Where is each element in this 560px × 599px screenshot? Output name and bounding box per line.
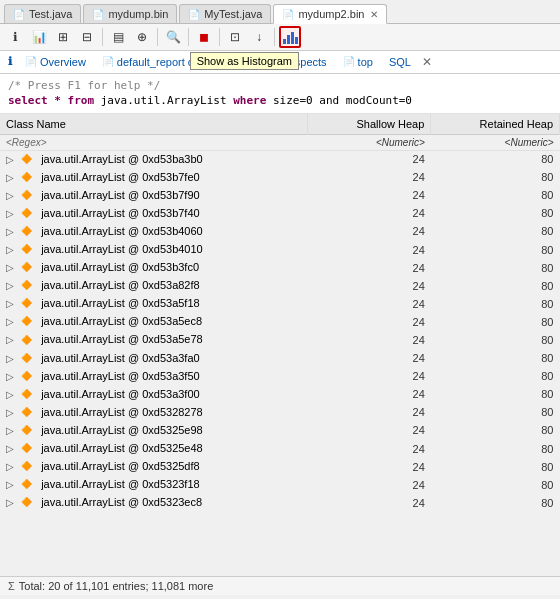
object-icon: 🔶 — [21, 407, 35, 419]
table-row[interactable]: ▷ 🔶 java.util.ArrayList @ 0xd53a3fa0 24 … — [0, 349, 560, 367]
minus-button[interactable]: ⊟ — [76, 26, 98, 48]
row-expander-icon[interactable]: ▷ — [6, 353, 16, 364]
row-classname: ▷ 🔶 java.util.ArrayList @ 0xd53b4060 — [0, 222, 308, 240]
table-row[interactable]: ▷ 🔶 java.util.ArrayList @ 0xd5328278 24 … — [0, 403, 560, 421]
bin-file-icon: 📄 — [92, 9, 104, 20]
table-row[interactable]: ▷ 🔶 java.util.ArrayList @ 0xd5323ec8 24 … — [0, 494, 560, 512]
row-expander-icon[interactable]: ▷ — [6, 497, 16, 508]
object-icon: 🔶 — [21, 335, 35, 347]
nav-close-icon[interactable]: ✕ — [422, 55, 432, 69]
add-button[interactable]: ⊕ — [131, 26, 153, 48]
separator1 — [102, 28, 103, 46]
row-shallow: 24 — [308, 385, 431, 403]
row-expander-icon[interactable]: ▷ — [6, 244, 16, 255]
table-row[interactable]: ▷ 🔶 java.util.ArrayList @ 0xd53ba3b0 24 … — [0, 150, 560, 168]
row-expander-icon[interactable]: ▷ — [6, 371, 16, 382]
row-expander-icon[interactable]: ▷ — [6, 298, 16, 309]
table-row[interactable]: ▷ 🔶 java.util.ArrayList @ 0xd53b7f90 24 … — [0, 186, 560, 204]
row-expander-icon[interactable]: ▷ — [6, 172, 16, 183]
row-retained: 80 — [431, 331, 560, 349]
row-expander-icon[interactable]: ▷ — [6, 154, 16, 165]
row-expander-icon[interactable]: ▷ — [6, 407, 16, 418]
table-row[interactable]: ▷ 🔶 java.util.ArrayList @ 0xd53b7f40 24 … — [0, 204, 560, 222]
nav-tab-top[interactable]: 📄 top — [336, 53, 380, 71]
row-retained: 80 — [431, 367, 560, 385]
separator3 — [188, 28, 189, 46]
row-expander-icon[interactable]: ▷ — [6, 479, 16, 490]
row-shallow: 24 — [308, 349, 431, 367]
row-shallow: 24 — [308, 421, 431, 439]
row-expander-icon[interactable]: ▷ — [6, 262, 16, 273]
row-shallow: 24 — [308, 241, 431, 259]
row-retained: 80 — [431, 349, 560, 367]
tab-mytest-java[interactable]: 📄 MyTest.java — [179, 4, 271, 23]
row-retained: 80 — [431, 421, 560, 439]
separator4 — [219, 28, 220, 46]
table-row[interactable]: ▷ 🔶 java.util.ArrayList @ 0xd53b3fc0 24 … — [0, 259, 560, 277]
table-row[interactable]: ▷ 🔶 java.util.ArrayList @ 0xd53b4060 24 … — [0, 222, 560, 240]
info-nav-icon: ℹ — [4, 53, 16, 70]
stop-button[interactable]: ◼ — [193, 26, 215, 48]
tab-test-java[interactable]: 📄 Test.java — [4, 4, 81, 23]
filter-shallow[interactable]: <Numeric> — [308, 134, 431, 150]
row-retained: 80 — [431, 186, 560, 204]
grid-button[interactable]: ⊞ — [52, 26, 74, 48]
shallow-header: Shallow Heap — [308, 114, 431, 135]
histogram-button[interactable]: Show as Histogram — [279, 26, 301, 48]
table-row[interactable]: ▷ 🔶 java.util.ArrayList @ 0xd53a3f50 24 … — [0, 367, 560, 385]
table-row[interactable]: ▷ 🔶 java.util.ArrayList @ 0xd53b4010 24 … — [0, 241, 560, 259]
row-expander-icon[interactable]: ▷ — [6, 208, 16, 219]
svg-rect-3 — [295, 37, 298, 44]
row-expander-icon[interactable]: ▷ — [6, 334, 16, 345]
export-button[interactable]: ⊡ — [224, 26, 246, 48]
row-shallow: 24 — [308, 168, 431, 186]
table-row[interactable]: ▷ 🔶 java.util.ArrayList @ 0xd5325e98 24 … — [0, 421, 560, 439]
object-icon: 🔶 — [21, 316, 35, 328]
nav-tab-overview[interactable]: 📄 Overview — [18, 53, 93, 71]
tab-mydump2-bin[interactable]: 📄 mydump2.bin ✕ — [273, 4, 387, 24]
row-expander-icon[interactable]: ▷ — [6, 280, 16, 291]
main-content: ℹ 📊 ⊞ ⊟ ▤ ⊕ 🔍 ◼ ⊡ ↓ — [0, 24, 560, 595]
row-expander-icon[interactable]: ▷ — [6, 226, 16, 237]
object-icon: 🔶 — [21, 389, 35, 401]
row-shallow: 24 — [308, 277, 431, 295]
tab-close-icon[interactable]: ✕ — [370, 9, 378, 20]
search-button[interactable]: 🔍 — [162, 26, 184, 48]
histogram-tooltip-label: Show as Histogram — [190, 52, 299, 70]
table-row[interactable]: ▷ 🔶 java.util.ArrayList @ 0xd53b7fe0 24 … — [0, 168, 560, 186]
filter-row[interactable]: <Regex> <Numeric> <Numeric> — [0, 134, 560, 150]
row-shallow: 24 — [308, 403, 431, 421]
table-row[interactable]: ▷ 🔶 java.util.ArrayList @ 0xd53a82f8 24 … — [0, 277, 560, 295]
tab-bar: 📄 Test.java 📄 mydump.bin 📄 MyTest.java 📄… — [0, 0, 560, 24]
bar-chart-button[interactable]: 📊 — [28, 26, 50, 48]
row-classname: ▷ 🔶 java.util.ArrayList @ 0xd53a5e78 — [0, 331, 308, 349]
row-shallow: 24 — [308, 331, 431, 349]
row-classname: ▷ 🔶 java.util.ArrayList @ 0xd53a3f50 — [0, 367, 308, 385]
tab-mydump-bin[interactable]: 📄 mydump.bin — [83, 4, 177, 23]
row-expander-icon[interactable]: ▷ — [6, 190, 16, 201]
table-row[interactable]: ▷ 🔶 java.util.ArrayList @ 0xd5325df8 24 … — [0, 458, 560, 476]
menu-button[interactable]: ▤ — [107, 26, 129, 48]
table-row[interactable]: ▷ 🔶 java.util.ArrayList @ 0xd53a5ec8 24 … — [0, 313, 560, 331]
table-row[interactable]: ▷ 🔶 java.util.ArrayList @ 0xd5325e48 24 … — [0, 440, 560, 458]
info-button[interactable]: ℹ — [4, 26, 26, 48]
filter-classname[interactable]: <Regex> — [0, 134, 308, 150]
table-row[interactable]: ▷ 🔶 java.util.ArrayList @ 0xd53a5e78 24 … — [0, 331, 560, 349]
row-shallow: 24 — [308, 494, 431, 512]
nav-tab-sql[interactable]: SQL — [382, 53, 418, 71]
toolbar: ℹ 📊 ⊞ ⊟ ▤ ⊕ 🔍 ◼ ⊡ ↓ — [0, 24, 560, 51]
import-button[interactable]: ↓ — [248, 26, 270, 48]
row-expander-icon[interactable]: ▷ — [6, 389, 16, 400]
table-row[interactable]: ▷ 🔶 java.util.ArrayList @ 0xd53a3f00 24 … — [0, 385, 560, 403]
table-row[interactable]: ▷ 🔶 java.util.ArrayList @ 0xd53a5f18 24 … — [0, 295, 560, 313]
row-expander-icon[interactable]: ▷ — [6, 461, 16, 472]
row-retained: 80 — [431, 204, 560, 222]
object-icon: 🔶 — [21, 280, 35, 292]
table-row[interactable]: ▷ 🔶 java.util.ArrayList @ 0xd5323f18 24 … — [0, 476, 560, 494]
table-container: Class Name Shallow Heap Retained Heap <R… — [0, 114, 560, 576]
row-expander-icon[interactable]: ▷ — [6, 425, 16, 436]
filter-retained[interactable]: <Numeric> — [431, 134, 560, 150]
row-expander-icon[interactable]: ▷ — [6, 443, 16, 454]
row-expander-icon[interactable]: ▷ — [6, 316, 16, 327]
row-retained: 80 — [431, 476, 560, 494]
